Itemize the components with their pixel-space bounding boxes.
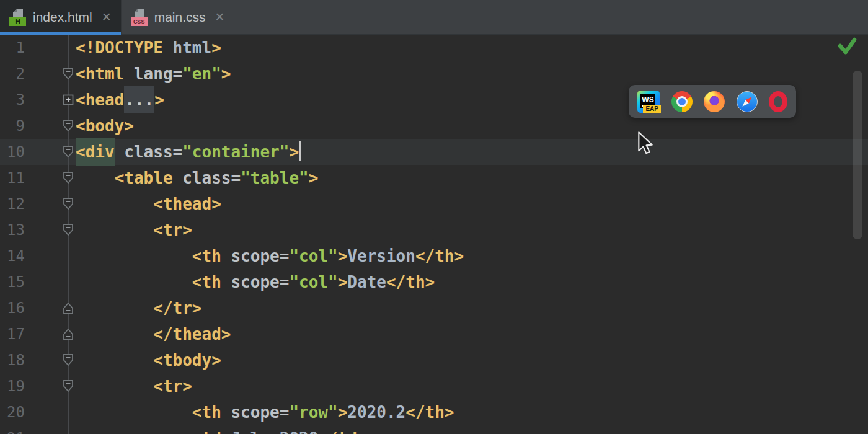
code-line-17[interactable]: 17 </thead> bbox=[0, 321, 868, 347]
text-caret bbox=[299, 141, 301, 161]
fold-collapse-icon[interactable] bbox=[61, 327, 75, 342]
code-token: Date bbox=[347, 273, 386, 291]
code-token: = bbox=[280, 403, 290, 422]
line-number: 3 bbox=[0, 87, 25, 113]
code-token: = bbox=[231, 169, 241, 187]
code-text: <div class="container"> bbox=[76, 139, 301, 165]
tab-main-css[interactable]: CSS main.css ✕ bbox=[122, 0, 235, 34]
code-line-13[interactable]: 13 <tr> bbox=[0, 217, 868, 243]
fold-collapse-icon[interactable] bbox=[61, 223, 75, 237]
code-token: > bbox=[309, 169, 319, 187]
code-line-14[interactable]: 14 <th scope="col">Version</th> bbox=[0, 243, 868, 269]
chrome-icon[interactable] bbox=[671, 91, 693, 112]
css-badge: CSS bbox=[131, 17, 148, 26]
folded-region-placeholder[interactable]: ... bbox=[124, 86, 154, 113]
code-text: <td>July 2020</td> bbox=[76, 425, 367, 434]
line-number: 12 bbox=[0, 191, 25, 217]
code-token: = bbox=[280, 273, 290, 291]
code-token: scope bbox=[221, 247, 280, 265]
code-token: scope bbox=[221, 273, 280, 291]
code-token: <tbody> bbox=[153, 351, 221, 370]
line-number: 1 bbox=[0, 35, 25, 61]
code-token: "row" bbox=[289, 403, 337, 422]
code-line-20[interactable]: 20 <th scope="row">2020.2</th> bbox=[0, 399, 868, 425]
html-file-icon: H bbox=[9, 9, 26, 26]
code-token: <body> bbox=[76, 117, 134, 135]
code-token: = bbox=[173, 143, 183, 161]
code-token: <th bbox=[192, 273, 221, 291]
line-number: 16 bbox=[0, 295, 25, 321]
code-text: <tbody> bbox=[76, 347, 221, 373]
code-line-18[interactable]: 18 <tbody> bbox=[0, 347, 868, 373]
code-line-10[interactable]: 10<div class="container"> bbox=[0, 139, 868, 165]
inspection-ok-checkmark-icon[interactable] bbox=[836, 36, 858, 58]
editor-scrollbar-thumb[interactable] bbox=[852, 71, 862, 239]
code-line-19[interactable]: 19 <tr> bbox=[0, 373, 868, 399]
code-token: lang bbox=[124, 64, 172, 83]
code-token: > bbox=[338, 247, 348, 265]
fold-collapse-icon[interactable] bbox=[61, 66, 75, 81]
code-line-11[interactable]: 11 <table class="table"> bbox=[0, 165, 868, 191]
code-token: <div bbox=[76, 138, 115, 166]
code-line-15[interactable]: 15 <th scope="col">Date</th> bbox=[0, 269, 868, 295]
editor-tab-bar: H index.html ✕ CSS main.css ✕ bbox=[0, 0, 868, 35]
code-token: <th bbox=[192, 247, 221, 265]
tab-label: index.html bbox=[33, 10, 92, 25]
line-number: 11 bbox=[0, 165, 25, 191]
close-tab-icon[interactable]: ✕ bbox=[215, 11, 225, 23]
fold-collapse-icon[interactable] bbox=[61, 170, 75, 185]
code-token: scope bbox=[221, 403, 280, 422]
code-editor-area[interactable]: 1<!DOCTYPE html>2<html lang="en">3<head.… bbox=[0, 0, 868, 434]
code-token: <tr> bbox=[153, 221, 192, 239]
code-line-1[interactable]: 1<!DOCTYPE html> bbox=[0, 35, 868, 61]
code-token: <html bbox=[76, 64, 124, 83]
code-token: = bbox=[173, 64, 183, 83]
code-token: <table bbox=[115, 169, 173, 187]
line-number: 15 bbox=[0, 269, 25, 295]
code-token: <thead> bbox=[153, 195, 221, 213]
code-token: html bbox=[163, 38, 211, 57]
code-text: <html lang="en"> bbox=[76, 61, 231, 87]
fold-collapse-icon[interactable] bbox=[61, 301, 75, 316]
fold-collapse-icon[interactable] bbox=[61, 197, 75, 211]
code-line-21[interactable]: 21 <td>July 2020</td> bbox=[0, 425, 868, 434]
code-token: "col" bbox=[289, 247, 337, 265]
code-token: 2020.2 bbox=[347, 403, 405, 422]
code-text: <thead> bbox=[76, 191, 221, 217]
code-token: "container" bbox=[182, 143, 289, 161]
code-token: = bbox=[280, 247, 290, 265]
code-token: "table" bbox=[241, 169, 309, 187]
webstorm-editor-window: { "tabbar": { "tabs": [ {"label": "index… bbox=[0, 0, 868, 434]
line-number: 9 bbox=[0, 113, 25, 139]
safari-icon[interactable] bbox=[737, 91, 758, 112]
fold-expand-icon[interactable] bbox=[61, 92, 75, 107]
code-token: </td> bbox=[318, 429, 366, 434]
line-number: 2 bbox=[0, 61, 25, 87]
code-line-16[interactable]: 16 </tr> bbox=[0, 295, 868, 321]
code-token: </th> bbox=[405, 403, 454, 422]
line-number: 10 bbox=[0, 139, 25, 165]
code-token: "en" bbox=[182, 64, 221, 83]
close-tab-icon[interactable]: ✕ bbox=[102, 11, 112, 23]
fold-collapse-icon[interactable] bbox=[61, 353, 75, 368]
code-line-12[interactable]: 12 <thead> bbox=[0, 191, 868, 217]
fold-collapse-icon[interactable] bbox=[61, 379, 75, 394]
fold-collapse-icon[interactable] bbox=[61, 144, 75, 159]
css-file-icon: CSS bbox=[131, 9, 148, 26]
tab-index-html[interactable]: H index.html ✕ bbox=[0, 0, 122, 34]
webstorm-eap-icon[interactable]: WS EAP bbox=[637, 91, 660, 113]
code-text: <tr> bbox=[76, 373, 192, 399]
code-line-2[interactable]: 2<html lang="en"> bbox=[0, 61, 868, 87]
code-text: </thead> bbox=[76, 321, 231, 347]
code-token: </th> bbox=[415, 247, 464, 265]
firefox-icon[interactable] bbox=[704, 91, 725, 112]
opera-icon[interactable] bbox=[769, 91, 787, 112]
fold-collapse-icon[interactable] bbox=[61, 118, 75, 133]
code-token: > bbox=[289, 143, 299, 161]
code-token: "col" bbox=[289, 273, 337, 291]
code-token: > bbox=[338, 273, 348, 291]
code-text: <table class="table"> bbox=[76, 165, 318, 191]
line-number: 18 bbox=[0, 347, 25, 373]
tab-label: main.css bbox=[154, 10, 206, 25]
code-token: <th bbox=[192, 403, 221, 422]
